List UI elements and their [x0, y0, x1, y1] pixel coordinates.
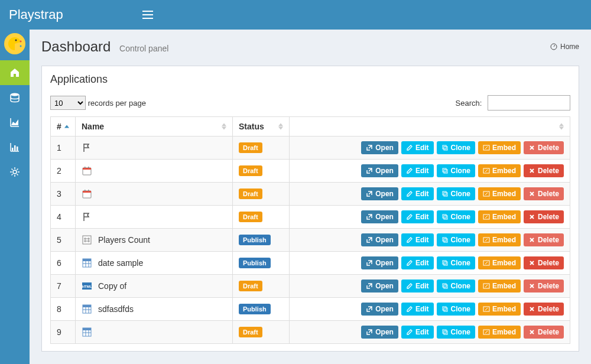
delete-button[interactable]: Delete	[524, 326, 564, 339]
avatar[interactable]	[4, 33, 25, 54]
svg-point-0	[15, 40, 17, 41]
svg-rect-6	[17, 147, 18, 151]
cell-status: Publish	[233, 229, 290, 252]
sort-icon	[559, 124, 564, 130]
app-name-text: Copy of	[98, 281, 126, 291]
nav-database[interactable]	[0, 85, 30, 110]
table-row: 7HTMLCopy ofDraftOpenEditCloneEmbedDelet…	[51, 275, 570, 298]
svg-rect-50	[443, 330, 446, 333]
svg-rect-17	[444, 170, 447, 173]
open-button[interactable]: Open	[361, 256, 398, 269]
edit-button[interactable]: Edit	[401, 233, 434, 246]
clone-button[interactable]: Clone	[437, 256, 475, 269]
records-per-page-control: 10 records per page	[50, 96, 146, 110]
app-icon	[82, 188, 92, 199]
clone-button[interactable]: Clone	[437, 187, 475, 200]
clone-button[interactable]: Clone	[437, 303, 475, 316]
svg-rect-41	[444, 285, 447, 288]
embed-button[interactable]: Embed	[478, 280, 521, 292]
gear-icon	[9, 167, 20, 177]
column-header-index[interactable]: #	[51, 117, 76, 136]
cell-index: 6	[51, 252, 76, 275]
embed-button[interactable]: Embed	[478, 141, 521, 154]
delete-button[interactable]: Delete	[524, 233, 564, 246]
svg-rect-31	[444, 239, 447, 242]
clone-button[interactable]: Clone	[437, 280, 475, 292]
delete-button[interactable]: Delete	[524, 256, 564, 269]
delete-button[interactable]: Delete	[524, 303, 564, 316]
edit-button[interactable]: Edit	[401, 187, 434, 200]
embed-button[interactable]: Embed	[478, 303, 521, 316]
edit-button[interactable]: Edit	[401, 141, 434, 154]
embed-button[interactable]: Embed	[478, 233, 521, 246]
edit-button[interactable]: Edit	[401, 256, 434, 269]
open-button[interactable]: Open	[361, 233, 398, 246]
app-icon	[82, 235, 92, 245]
search-input[interactable]	[488, 95, 570, 110]
delete-button[interactable]: Delete	[524, 164, 564, 177]
embed-button[interactable]: Embed	[478, 164, 521, 177]
clone-button[interactable]: Clone	[437, 326, 475, 339]
sidebar-toggle[interactable]	[136, 11, 160, 19]
nav-chart-area[interactable]	[0, 110, 30, 135]
column-header-actions	[290, 117, 570, 136]
cell-index: 3	[51, 183, 76, 206]
nav-home[interactable]	[0, 60, 30, 85]
column-header-name[interactable]: Name	[76, 117, 233, 136]
open-button[interactable]: Open	[361, 164, 398, 177]
breadcrumb[interactable]: Home	[550, 43, 579, 51]
svg-rect-45	[443, 307, 446, 310]
embed-button[interactable]: Embed	[478, 187, 521, 200]
content-area: Dashboard Control panel Home Application…	[30, 30, 591, 364]
cell-actions: OpenEditCloneEmbedDelete	[290, 298, 570, 321]
cell-actions: OpenEditCloneEmbedDelete	[290, 252, 570, 275]
status-badge: Draft	[239, 281, 262, 291]
delete-button[interactable]: Delete	[524, 187, 564, 200]
nav-chart-bar[interactable]	[0, 135, 30, 160]
clone-button[interactable]: Clone	[437, 233, 475, 246]
edit-button[interactable]: Edit	[401, 164, 434, 177]
cell-name	[76, 321, 233, 344]
open-button[interactable]: Open	[361, 141, 398, 154]
table-controls: 10 records per page Search:	[50, 95, 570, 110]
app-icon	[82, 258, 92, 268]
edit-button[interactable]: Edit	[401, 303, 434, 316]
svg-point-7	[13, 170, 17, 174]
clone-button[interactable]: Clone	[437, 141, 475, 154]
sidebar	[0, 30, 30, 364]
chart-bar-icon	[9, 142, 20, 152]
cell-index: 8	[51, 298, 76, 321]
edit-button[interactable]: Edit	[401, 326, 434, 339]
open-button[interactable]: Open	[361, 210, 398, 223]
status-badge: Publish	[239, 258, 271, 268]
records-per-page-select[interactable]: 10	[50, 96, 86, 110]
clone-button[interactable]: Clone	[437, 164, 475, 177]
embed-button[interactable]: Embed	[478, 256, 521, 269]
svg-rect-21	[85, 190, 86, 191]
table-row: 4DraftOpenEditCloneEmbedDelete	[51, 206, 570, 229]
open-button[interactable]: Open	[361, 326, 398, 339]
app-icon	[82, 304, 92, 314]
embed-button[interactable]: Embed	[478, 326, 521, 339]
delete-button[interactable]: Delete	[524, 280, 564, 292]
delete-button[interactable]: Delete	[524, 141, 564, 154]
column-header-status[interactable]: Status	[233, 117, 290, 136]
svg-rect-40	[443, 284, 446, 287]
sort-icon	[222, 124, 226, 130]
svg-rect-4	[12, 148, 14, 151]
edit-button[interactable]: Edit	[401, 210, 434, 223]
open-button[interactable]: Open	[361, 187, 398, 200]
open-button[interactable]: Open	[361, 303, 398, 316]
sort-icon	[64, 125, 69, 128]
svg-rect-15	[88, 167, 89, 168]
embed-button[interactable]: Embed	[478, 210, 521, 223]
edit-button[interactable]: Edit	[401, 280, 434, 292]
delete-button[interactable]: Delete	[524, 210, 564, 223]
brand-logo[interactable]: Playstrap	[0, 7, 136, 22]
clone-button[interactable]: Clone	[437, 210, 475, 223]
app-icon	[82, 327, 92, 337]
panel-title: Applications	[50, 73, 570, 86]
records-per-page-label: records per page	[88, 99, 146, 108]
nav-settings[interactable]	[0, 160, 30, 184]
open-button[interactable]: Open	[361, 280, 398, 292]
